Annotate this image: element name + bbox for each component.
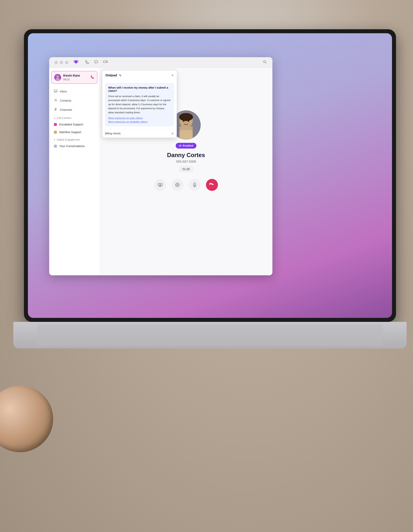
search-icon[interactable] — [263, 60, 267, 65]
contacts-icon — [54, 98, 57, 103]
ai-enabled-badge: Ai Enabled — [176, 143, 196, 149]
call-duration-badge: 01:28 — [179, 166, 193, 172]
contacts-label: Contacts — [60, 99, 71, 102]
ai-popup-title-text: Dialpad — [106, 73, 117, 77]
conversations-label: Your Conversations — [59, 144, 85, 148]
chat-icon[interactable] — [94, 60, 98, 65]
ai-link-auto[interactable]: More resources on auto claims — [108, 117, 171, 120]
avatar — [54, 74, 61, 81]
active-call-phone-icon — [90, 75, 94, 80]
ai-input-area: ➤ — [102, 129, 177, 138]
laptop: Kevin Kare 06:01 — [24, 29, 409, 495]
contact-phone: 555-567-5309 — [176, 160, 196, 163]
ai-send-button[interactable]: ➤ — [171, 131, 174, 135]
chevron-down-icon-2: ▾ — [54, 138, 55, 141]
window-controls — [55, 61, 68, 64]
svg-point-13 — [179, 113, 193, 121]
screen-bezel: Kevin Kare 06:01 — [24, 29, 396, 322]
phone-icon[interactable] — [85, 60, 89, 65]
call-timer: 06:01 — [63, 78, 88, 81]
svg-point-15 — [188, 120, 189, 122]
call-actions — [154, 179, 218, 191]
mainline-support-label: Mainline Support — [59, 131, 81, 134]
end-call-button[interactable] — [206, 179, 218, 191]
ai-badge-icon: Ai — [179, 144, 182, 147]
title-bar — [49, 57, 272, 68]
sidebar-item-your-conversations[interactable]: Your Conversations — [49, 142, 100, 150]
ai-popup: Dialpad ∿ × When will I receive my money… — [102, 70, 177, 138]
ai-question: When will I receive my money after I sub… — [108, 86, 171, 92]
conversations-color-dot — [54, 145, 57, 148]
dialpad-logo-icon — [73, 59, 79, 66]
mute-button[interactable] — [189, 179, 201, 191]
svg-point-14 — [183, 120, 184, 122]
record-button[interactable] — [171, 179, 183, 191]
svg-point-17 — [175, 183, 179, 187]
right-panel: Dialpad ∿ × When will I receive my money… — [100, 68, 272, 275]
svg-point-7 — [55, 78, 60, 81]
escalated-support-label: Escalated Support — [59, 123, 83, 126]
ai-wave-icon: ∿ — [118, 73, 121, 77]
sidebar-item-escalated-support[interactable]: Escalated Support — [49, 121, 100, 128]
ai-link-disability[interactable]: More resources on disability claims — [108, 120, 171, 123]
svg-point-18 — [177, 184, 178, 186]
maximize-control-dot — [65, 61, 68, 64]
close-control-dot — [55, 61, 58, 64]
ai-popup-header: Dialpad ∿ × — [102, 70, 177, 80]
sidebar: Kevin Kare 06:01 — [49, 68, 100, 275]
caller-name: Kevin Kare — [63, 74, 88, 77]
svg-point-1 — [73, 60, 75, 63]
app-window: Kevin Kare 06:01 — [49, 57, 272, 275]
main-layout: Kevin Kare 06:01 — [49, 68, 272, 275]
inbox-icon — [54, 89, 57, 94]
title-bar-icons — [85, 60, 108, 65]
ai-links: More resources on auto claims More resou… — [108, 117, 171, 123]
active-call-item[interactable]: Kevin Kare 06:01 — [51, 71, 97, 84]
close-popup-button[interactable]: × — [171, 73, 174, 77]
contact-name: Danny Cortes — [167, 152, 205, 158]
sidebar-item-contacts[interactable]: Contacts — [49, 96, 100, 105]
sidebar-item-channels[interactable]: Channels — [49, 105, 100, 114]
video-icon[interactable] — [103, 60, 108, 65]
svg-rect-19 — [194, 183, 195, 185]
digital-engagement-header: ▾ Digital Engagement — [49, 136, 100, 142]
channels-icon — [54, 108, 57, 112]
sidebar-item-mainline-support[interactable]: Mainline Support — [49, 128, 100, 136]
ai-message-block: When will I receive my money after I sub… — [105, 83, 174, 126]
screen-content: Kevin Kare 06:01 — [28, 33, 392, 318]
ai-popup-title: Dialpad ∿ — [106, 73, 121, 77]
sidebar-item-inbox[interactable]: Inbox — [49, 87, 100, 96]
mainline-support-color-dot — [54, 131, 57, 134]
svg-point-6 — [56, 75, 59, 78]
inbox-label: Inbox — [60, 90, 67, 93]
svg-rect-4 — [103, 61, 106, 63]
minimize-control-dot — [60, 61, 63, 64]
keyboard-area — [37, 324, 383, 346]
ai-answer: Once we've received a claim, it will usu… — [108, 94, 171, 114]
escalated-support-color-dot — [54, 123, 57, 126]
chevron-down-icon: ▾ — [54, 117, 55, 120]
call-centers-header: ▾ Call Centers — [49, 114, 100, 121]
ai-badge-label: Enabled — [183, 144, 193, 147]
caller-info: Kevin Kare 06:01 — [63, 74, 88, 81]
channels-label: Channels — [60, 108, 72, 112]
svg-point-2 — [77, 60, 79, 63]
ai-search-input[interactable] — [105, 132, 170, 135]
screen-share-button[interactable] — [154, 179, 166, 191]
svg-point-5 — [264, 60, 266, 63]
svg-rect-3 — [95, 61, 98, 63]
